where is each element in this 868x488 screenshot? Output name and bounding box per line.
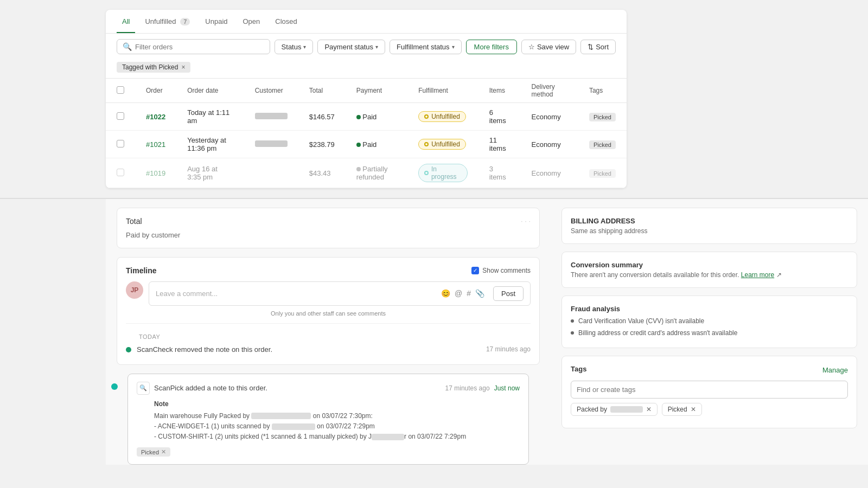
bottom-tag-row: Picked ✕ (137, 447, 520, 457)
tag-picked: Picked ✕ (662, 403, 702, 416)
highlight-wrapper: 🔍 ScanPick added a note to this order. 1… (117, 374, 540, 465)
col-payment: Payment (346, 79, 407, 103)
unfulfilled-badge: Unfulfilled (418, 139, 466, 150)
manage-tags-link[interactable]: Manage (822, 366, 848, 374)
search-input[interactable] (135, 43, 264, 51)
picked-tag: Picked (589, 140, 616, 149)
list-item: Card Verification Value (CVV) isn't avai… (571, 315, 848, 327)
remove-filter-icon[interactable]: × (181, 63, 185, 71)
timeline-title: Timeline (126, 266, 157, 275)
tags: Picked (578, 103, 627, 131)
packed-by-value (610, 406, 643, 413)
sort-button[interactable]: ⇅ Sort (580, 40, 616, 54)
timeline-event: ScanCheck removed the note on this order… (126, 343, 531, 356)
remove-packed-by-icon[interactable]: ✕ (646, 406, 652, 413)
save-view-button[interactable]: ☆ Save view (521, 40, 576, 54)
timeline-card: Timeline Show comments JP Leave a commen… (117, 257, 540, 365)
fraud-list: Card Verification Value (CVV) isn't avai… (571, 315, 848, 339)
remove-picked-icon[interactable]: ✕ (161, 448, 166, 455)
status-chevron-icon: ▾ (303, 44, 306, 50)
customer (244, 131, 298, 158)
teal-dot (111, 383, 118, 390)
delivery-method: Economy (520, 131, 578, 158)
tags: Picked (578, 158, 627, 188)
picked-tag: Picked (589, 169, 616, 178)
partial-dot (356, 167, 361, 171)
hashtag-icon[interactable]: # (467, 289, 471, 298)
row-checkbox[interactable] (117, 169, 124, 176)
status-filter-button[interactable]: Status ▾ (275, 40, 314, 54)
picked-tag: Picked (589, 113, 616, 121)
tab-all[interactable]: All (117, 10, 135, 33)
order-date: Aug 16 at 3:35 pm (176, 158, 244, 188)
tags-input[interactable] (571, 381, 848, 399)
tags-title: Tags (571, 365, 586, 373)
row-checkbox[interactable] (117, 140, 124, 147)
show-comments-toggle[interactable]: Show comments (471, 267, 531, 274)
timeline-event-time: 17 minutes ago (486, 345, 531, 353)
order-date: Yesterday at 11:36 pm (176, 131, 244, 158)
paid-by-label: Paid by customer (126, 231, 531, 239)
timeline-events: TODAY ScanCheck removed the note on this… (126, 323, 531, 356)
payment: Partially refunded (346, 158, 407, 188)
active-filters-row: Tagged with Picked × (106, 60, 627, 78)
tab-open[interactable]: Open (238, 10, 266, 33)
tags-header: Tags Manage (571, 365, 848, 375)
emoji-icon[interactable]: 😊 (441, 289, 450, 298)
payment-status-filter-button[interactable]: Payment status ▾ (317, 40, 385, 54)
right-panel: BILLING ADDRESS Same as shipping address… (551, 199, 868, 465)
fulfillment: Unfulfilled (407, 103, 478, 131)
total-dots: · · · (521, 217, 531, 225)
tab-closed[interactable]: Closed (270, 10, 302, 33)
mention-icon[interactable]: @ (455, 289, 462, 298)
scanpick-avatar: 🔍 (137, 382, 150, 395)
items: 11 items (478, 131, 521, 158)
billing-card: BILLING ADDRESS Same as shipping address (561, 208, 857, 244)
more-filters-button[interactable]: More filters (466, 40, 517, 54)
unfulfilled-badge: 7 (180, 18, 190, 25)
order-link[interactable]: #1021 (146, 140, 165, 149)
search-icon: 🔍 (123, 42, 132, 51)
active-filter-tag: Tagged with Picked × (117, 62, 190, 73)
payment: Paid (346, 131, 407, 158)
row-checkbox[interactable] (117, 112, 124, 120)
remove-picked-tag-icon[interactable]: ✕ (691, 406, 696, 413)
conversion-text: There aren't any conversion details avai… (571, 271, 848, 279)
fulfillment-chevron-icon: ▾ (452, 44, 455, 50)
list-item: Billing address or credit card's address… (571, 327, 848, 339)
learn-more-link[interactable]: Learn more (741, 271, 774, 279)
col-fulfillment: Fulfillment (407, 79, 478, 103)
fulfillment-status-filter-button[interactable]: Fulfillment status ▾ (390, 40, 462, 54)
total: $146.57 (298, 103, 346, 131)
total-card: Total · · · Paid by customer (117, 208, 540, 248)
just-now-label: Just now (494, 384, 520, 392)
order-link[interactable]: #1022 (146, 113, 165, 121)
timeline-date: TODAY (139, 333, 531, 340)
attachment-icon[interactable]: 📎 (475, 289, 484, 298)
conversion-title: Conversion summary (571, 261, 848, 269)
comment-input-wrap[interactable]: Leave a comment... 😊 @ # 📎 Post (149, 281, 531, 306)
tab-unpaid[interactable]: Unpaid (200, 10, 233, 33)
order-detail-panel: Total · · · Paid by customer Timeline Sh… (106, 199, 551, 465)
col-delivery: Delivery method (520, 79, 578, 103)
order-link[interactable]: #1019 (146, 169, 165, 177)
total-label: Total (126, 217, 142, 226)
highlight-time: 17 minutes ago Just now (445, 384, 520, 392)
select-all-checkbox[interactable] (117, 86, 124, 94)
delivery-method: Economy (520, 158, 578, 188)
search-box[interactable]: 🔍 (117, 39, 270, 54)
billing-text: Same as shipping address (571, 227, 848, 235)
show-comments-checkbox[interactable] (471, 267, 479, 274)
tab-unfulfilled[interactable]: Unfulfilled 7 (139, 10, 195, 33)
note-section: Note Main warehouse Fully Packed by on 0… (154, 400, 520, 442)
staff-note: Only you and other staff can see comment… (126, 310, 531, 317)
customer (244, 103, 298, 131)
comment-area: JP Leave a comment... 😊 @ # 📎 Post (126, 281, 531, 306)
highlight-card: 🔍 ScanPick added a note to this order. 1… (127, 374, 529, 465)
post-button[interactable]: Post (493, 286, 524, 301)
items: 6 items (478, 103, 521, 131)
filters-row: 🔍 Status ▾ Payment status ▾ Fulfillment … (106, 34, 627, 60)
col-customer: Customer (244, 79, 298, 103)
payment: Paid (346, 103, 407, 131)
fulfillment: Unfulfilled (407, 131, 478, 158)
